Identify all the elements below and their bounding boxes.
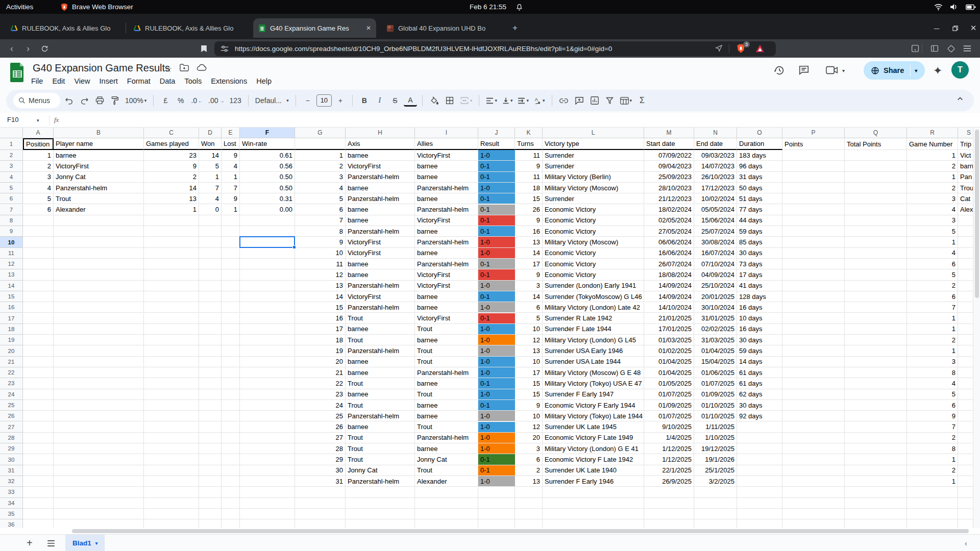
cell-N9[interactable]: 25/07/2024 [694,226,737,237]
cell-H11[interactable]: VictoryFirst [346,248,415,259]
column-header-Q[interactable]: Q [845,128,907,138]
column-header-J[interactable]: J [478,128,515,138]
cell-Q35[interactable] [845,509,907,519]
cell-N22[interactable]: 01/06/2025 [694,367,737,378]
cell-C27[interactable] [144,422,199,433]
row-header-33[interactable]: 33 [0,487,23,497]
merge-cells-button[interactable]: ▾ [458,93,474,108]
number-format-button[interactable]: 123 [228,93,243,108]
cell-H29[interactable]: Trout [346,443,415,454]
cell-M35[interactable] [644,509,694,519]
cell-C30[interactable] [144,454,199,465]
cell-P20[interactable] [782,345,845,356]
cell-M9[interactable]: 27/05/2024 [644,226,694,237]
cell-R18[interactable]: 1 [907,324,958,335]
cell-O10[interactable]: 85 days [737,237,782,247]
cell-F34[interactable] [240,498,295,509]
cell-E2[interactable]: 9 [222,150,240,161]
cell-N23[interactable]: 01/07/2025 [694,378,737,389]
cell-I34[interactable] [415,498,478,509]
cell-A12[interactable] [23,259,54,269]
cell-C24[interactable] [144,389,199,400]
menu-insert[interactable]: Insert [95,76,122,86]
cell-E30[interactable] [222,454,240,465]
cell-Q16[interactable] [845,302,907,313]
vertical-align-button[interactable]: ▾ [501,93,514,108]
cell-I1[interactable]: Allies [415,138,478,150]
cell-N11[interactable]: 16/07/2024 [694,248,737,259]
cell-B7[interactable]: Alexander [54,205,144,215]
cell-G15[interactable]: 14 [295,291,346,302]
cell-G30[interactable]: 29 [295,454,346,465]
cell-K17[interactable]: 5 [515,313,543,324]
cell-F25[interactable] [240,400,295,411]
cell-C4[interactable]: 2 [144,172,199,183]
create-filter-button[interactable] [603,93,617,108]
cell-L33[interactable] [543,487,644,497]
cell-C23[interactable] [144,378,199,389]
cell-A14[interactable] [23,281,54,291]
cell-G17[interactable]: 16 [295,313,346,324]
tab-close-icon[interactable]: ✕ [366,24,371,32]
cell-I4[interactable]: barnee [415,172,478,183]
cell-J31[interactable]: 0-1 [478,465,515,476]
cell-D25[interactable] [199,400,222,411]
cell-D16[interactable] [199,302,222,313]
cell-B32[interactable] [54,476,144,487]
cell-O25[interactable]: 30 days [737,400,782,411]
cell-Q20[interactable] [845,345,907,356]
cell-N7[interactable]: 05/05/2024 [694,205,737,215]
cell-A1[interactable]: Position [23,138,54,150]
cell-H27[interactable]: barnee [346,422,415,433]
cell-B35[interactable] [54,509,144,519]
cell-P6[interactable] [782,193,845,204]
cell-I32[interactable]: Alexander [415,476,478,487]
cell-J7[interactable]: 0-1 [478,205,515,215]
cell-L22[interactable]: Military Victory (Moscow) G E 48 [543,367,644,378]
move-to-folder-icon[interactable] [180,64,189,71]
row-header-8[interactable]: 8 [0,215,23,226]
cell-C14[interactable] [144,281,199,291]
cell-P13[interactable] [782,269,845,280]
cell-O18[interactable]: 16 days [737,324,782,335]
cell-D35[interactable] [199,509,222,519]
cell-D27[interactable] [199,422,222,433]
cell-G22[interactable]: 21 [295,367,346,378]
cell-L10[interactable]: Military Victory (Moscow) [543,237,644,247]
cell-A26[interactable] [23,411,54,421]
cell-R11[interactable]: 4 [907,248,958,259]
cell-I30[interactable]: Jonny Cat [415,454,478,465]
cell-A27[interactable] [23,422,54,433]
horizontal-scrollbar-thumb[interactable] [72,529,969,533]
column-header-R[interactable]: R [907,128,958,138]
cell-M4[interactable]: 25/09/2023 [644,172,694,183]
cell-O12[interactable]: 73 days [737,259,782,269]
cell-H20[interactable]: Panzerstahl-helm [346,345,415,356]
cell-R31[interactable]: 2 [907,465,958,476]
cell-J27[interactable]: 1-0 [478,422,515,433]
cell-L14[interactable]: Surrender (London) Early 1941 [543,281,644,291]
cell-F4[interactable]: 0.50 [240,172,295,183]
cell-O30[interactable] [737,454,782,465]
cell-N2[interactable]: 09/03/2023 [694,150,737,161]
cell-K2[interactable]: 11 [515,150,543,161]
cell-C2[interactable]: 23 [144,150,199,161]
cell-O20[interactable]: 59 days [737,345,782,356]
cell-C21[interactable] [144,357,199,367]
cell-K32[interactable]: 13 [515,476,543,487]
cell-F15[interactable] [240,291,295,302]
share-button[interactable]: Share ▾ [864,61,925,80]
cell-E29[interactable] [222,443,240,454]
cell-J15[interactable]: 0-1 [478,291,515,302]
cell-P29[interactable] [782,443,845,454]
decrease-decimals-button[interactable]: .0← [189,93,205,108]
row-header-30[interactable]: 30 [0,454,23,465]
cell-A15[interactable] [23,291,54,302]
cell-P32[interactable] [782,476,845,487]
cell-J14[interactable]: 1-0 [478,281,515,291]
share-caret-icon[interactable]: ▾ [915,68,917,73]
cell-M34[interactable] [644,498,694,509]
cell-F26[interactable] [240,411,295,421]
cell-F17[interactable] [240,313,295,324]
cell-L7[interactable]: Economic Victory [543,205,644,215]
